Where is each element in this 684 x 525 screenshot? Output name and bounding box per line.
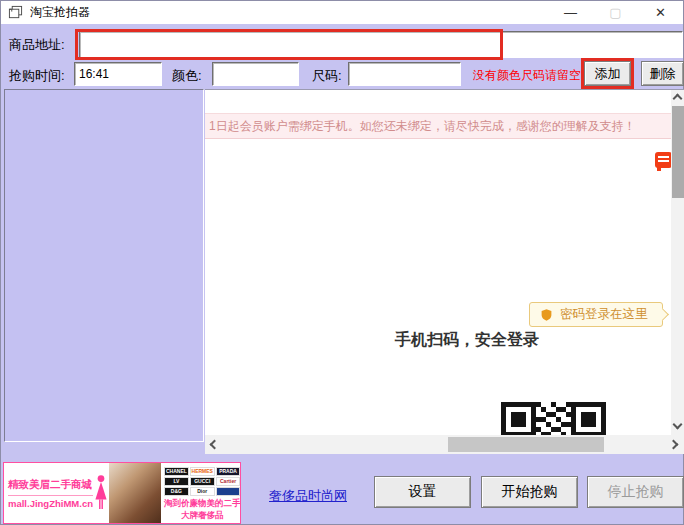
tooltip-text: 密码登录在这里	[560, 306, 648, 323]
ad-caption-2: 大牌奢侈品	[164, 510, 241, 522]
window-title: 淘宝抢拍器	[30, 4, 90, 21]
scroll-left-icon[interactable]	[210, 440, 220, 450]
app-window: 淘宝抢拍器 — ▢ ✕ 商品地址: 抢购时间: 颜色: 尺码: 没有颜色尺码请留…	[0, 0, 684, 525]
settings-button[interactable]: 设置	[374, 476, 471, 508]
scan-login-title: 手机扫码，安全登录	[395, 330, 539, 351]
brand-logo: Dior	[190, 487, 215, 496]
luxury-site-link[interactable]: 奢侈品时尚网	[269, 487, 347, 505]
vertical-scroll-thumb[interactable]	[672, 106, 684, 198]
notice-text: 1日起会员账户需绑定手机。如您还未绑定，请尽快完成，感谢您的理解及支持！	[209, 118, 636, 135]
horizontal-scrollbar[interactable]	[205, 435, 684, 454]
password-login-tooltip: 密码登录在这里	[529, 302, 663, 327]
start-purchase-button[interactable]: 开始抢购	[481, 476, 578, 508]
title-bar: 淘宝抢拍器 — ▢ ✕	[1, 1, 683, 24]
size-input[interactable]	[348, 62, 461, 86]
embedded-browser: 1日起会员账户需绑定手机。如您还未绑定，请尽快完成，感谢您的理解及支持！ 密码登…	[205, 89, 684, 453]
ad-model-photo	[109, 463, 161, 523]
feedback-chat-icon[interactable]	[655, 152, 672, 168]
scroll-down-icon[interactable]	[673, 420, 683, 430]
purchase-time-input[interactable]	[74, 62, 162, 86]
vertical-scrollbar[interactable]	[671, 90, 684, 435]
ad-caption-1: 淘到价廉物美的二手	[164, 498, 241, 510]
brand-logo: GUCCI	[190, 477, 215, 486]
add-button-highlight: 添加	[581, 58, 634, 89]
color-input[interactable]	[212, 62, 299, 86]
bind-phone-notice: 1日起会员账户需绑定手机。如您还未绑定，请尽快完成，感谢您的理解及支持！	[205, 113, 671, 139]
brand-logo: HERMES	[190, 467, 215, 476]
ad-banner[interactable]: 精致美眉二手商城 mall.JingZhiMM.cn CHANELHERMESP…	[3, 462, 241, 524]
empty-hint-text: 没有颜色尺码请留空	[473, 67, 581, 84]
brand-logo: LV	[164, 477, 189, 486]
ad-text-column: 精致美眉二手商城 mall.JingZhiMM.cn	[4, 478, 93, 509]
tooltip-arrow	[656, 308, 669, 321]
brand-logo: D&G	[164, 487, 189, 496]
shield-icon	[540, 308, 553, 322]
window-controls: — ▢ ✕	[548, 1, 683, 24]
delete-button[interactable]: 删除	[641, 61, 684, 86]
ad-brands-column: CHANELHERMESPRADALVGUCCICartierD&GDior 淘…	[161, 465, 241, 522]
scroll-right-icon[interactable]	[669, 440, 679, 450]
color-label: 颜色:	[172, 67, 202, 85]
ad-title: 精致美眉二手商城	[8, 478, 93, 492]
purchase-time-label: 抢购时间:	[9, 67, 65, 85]
add-button[interactable]: 添加	[584, 61, 631, 86]
ad-url: mall.JingZhiMM.cn	[8, 495, 93, 509]
product-address-input[interactable]	[79, 31, 683, 58]
size-label: 尺码:	[312, 67, 342, 85]
browser-content: 1日起会员账户需绑定手机。如您还未绑定，请尽快完成，感谢您的理解及支持！ 密码登…	[205, 90, 684, 435]
girl-silhouette-icon	[93, 472, 109, 514]
brand-logo: CHANEL	[164, 467, 189, 476]
app-icon	[8, 5, 23, 20]
brand-logo: Cartier	[216, 477, 241, 486]
horizontal-scroll-thumb[interactable]	[448, 437, 604, 452]
brand-logo: PRADA	[216, 467, 241, 476]
maximize-button: ▢	[593, 1, 638, 24]
scroll-up-icon[interactable]	[673, 94, 683, 104]
product-address-label: 商品地址:	[9, 36, 65, 54]
task-listbox[interactable]	[4, 89, 204, 442]
close-button[interactable]: ✕	[638, 1, 683, 24]
stop-purchase-button: 停止抢购	[587, 476, 684, 508]
minimize-button[interactable]: —	[548, 1, 593, 24]
brand-logo	[216, 487, 241, 496]
brand-grid: CHANELHERMESPRADALVGUCCICartierD&GDior	[164, 467, 241, 496]
qr-code	[501, 402, 606, 435]
